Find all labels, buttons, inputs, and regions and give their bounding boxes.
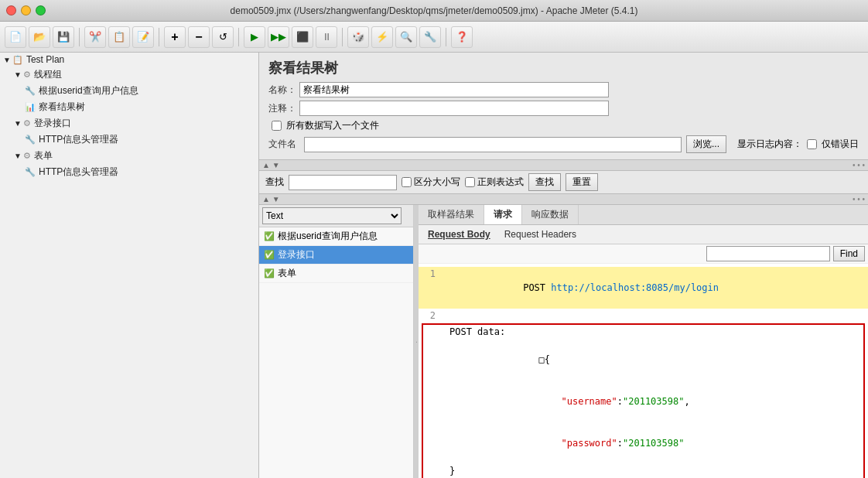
copy-button[interactable]: 📋 [108, 26, 130, 48]
detail-panel: 取样器结果 请求 响应数据 Request Body Request Heade… [419, 205, 868, 478]
tab-sampler-result[interactable]: 取样器结果 [419, 205, 484, 224]
name-row: 名称： [268, 82, 859, 97]
line-num-7 [423, 464, 446, 478]
window-controls[interactable] [6, 5, 46, 15]
search-button-find[interactable]: 查找 [528, 173, 561, 191]
line-num-2: 2 [419, 309, 442, 323]
settings-button[interactable]: 🔧 [419, 26, 441, 48]
browse-button[interactable]: 浏览... [686, 135, 726, 153]
start-button[interactable]: ▶ [244, 26, 265, 48]
tree-item-test-plan[interactable]: ▼ 📋 Test Plan [0, 53, 258, 67]
tab-response-data[interactable]: 响应数据 [522, 205, 579, 224]
success-icon-userid: ✅ [264, 231, 275, 241]
comment-label: 注释： [268, 102, 299, 115]
cut-button[interactable]: ✂️ [84, 26, 106, 48]
new-button[interactable]: 📄 [5, 26, 26, 48]
tree-label-http-header-1: HTTP信息头管理器 [39, 133, 118, 146]
success-icon-login: ✅ [264, 250, 275, 260]
line-content-6: "password":"201103598" [446, 422, 863, 464]
line-content-3: POST data: [446, 325, 863, 339]
format-select[interactable]: Text JSON XML HTML [262, 207, 402, 224]
result-label-login: 登录接口 [278, 248, 315, 261]
tree-label-thread-group: 线程组 [34, 68, 62, 81]
sep1 [79, 28, 80, 46]
sep5 [446, 28, 446, 46]
panel-title: 察看结果树 [268, 59, 859, 77]
line-num-1: 1 [419, 267, 442, 309]
save-button[interactable]: 💾 [53, 26, 74, 48]
case-sensitive-checkbox[interactable] [402, 177, 412, 187]
line-num-4 [423, 339, 446, 381]
reset-button[interactable]: 重置 [566, 173, 598, 191]
result-item-login[interactable]: ✅ 登录接口 [259, 246, 413, 265]
code-area: 1 POST http://localhost:8085/my/login 2 [419, 264, 868, 478]
expand-arrow-form[interactable]: ▼ [14, 152, 22, 160]
divider-bottom: ▲ ▼ • • • [259, 193, 868, 205]
log-checkbox[interactable] [807, 139, 817, 149]
tree-item-http-header-2[interactable]: 🔧 HTTP信息头管理器 [0, 164, 258, 180]
window-title: demo0509.jmx (/Users/zhangwenfang/Deskto… [231, 5, 638, 16]
sub-tab-request-body[interactable]: Request Body [422, 227, 497, 241]
result-item-userid[interactable]: ✅ 根据userid查询用户信息 [259, 227, 413, 246]
add-button[interactable]: + [164, 26, 186, 48]
sep4 [342, 28, 343, 46]
divider-dots: • • • [853, 161, 865, 169]
file-row: 文件名 浏览... 显示日志内容： 仅错误日 [268, 135, 859, 153]
start-no-pause-button[interactable]: ▶▶ [268, 26, 289, 48]
case-sensitive-label: 区分大小写 [402, 176, 460, 189]
open-button[interactable]: 📂 [29, 26, 50, 48]
minimize-button[interactable] [21, 5, 31, 15]
main-tabs: 取样器结果 请求 响应数据 [419, 205, 868, 225]
expand-arrow-login[interactable]: ▼ [14, 119, 22, 128]
search-button[interactable]: 🔍 [395, 26, 417, 48]
undo-button[interactable]: ↺ [212, 26, 234, 48]
result-label-form: 表单 [278, 267, 296, 280]
regex-checkbox[interactable] [465, 177, 475, 187]
help-button[interactable]: ❓ [451, 26, 473, 48]
sub-tab-request-headers[interactable]: Request Headers [498, 227, 583, 241]
regex-label: 正则表达式 [465, 176, 524, 189]
tree-item-login-api[interactable]: ▼ ⚙ 登录接口 [0, 115, 258, 131]
comment-row: 注释： [268, 101, 859, 116]
right-panel: 察看结果树 名称： 注释： 所有数据写入一个文件 文件名 浏览... 显示日志内… [259, 53, 868, 478]
title-bar: demo0509.jmx (/Users/zhangwenfang/Deskto… [0, 0, 868, 22]
tree-item-thread-group[interactable]: ▼ ⚙ 线程组 [0, 67, 258, 83]
success-icon-form: ✅ [264, 268, 275, 278]
clear-button[interactable]: 🎲 [347, 26, 369, 48]
tree-item-form[interactable]: ▼ ⚙ 表单 [0, 148, 258, 164]
name-input[interactable] [299, 82, 609, 97]
tree-label-form: 表单 [34, 149, 53, 162]
expand-arrow-thread[interactable]: ▼ [14, 70, 22, 79]
code-line-1: 1 POST http://localhost:8085/my/login [419, 267, 868, 309]
tree-label-http-header-2: HTTP信息头管理器 [39, 166, 118, 179]
tree-item-userid-query[interactable]: 🔧 根据userid查询用户信息 [0, 83, 258, 99]
main-layout: ▼ 📋 Test Plan ▼ ⚙ 线程组 🔧 根据userid查询用户信息 📊… [0, 53, 868, 478]
write-file-checkbox[interactable] [272, 121, 282, 131]
tree-item-view-results[interactable]: 📊 察看结果树 [0, 99, 258, 115]
search-input[interactable] [289, 175, 397, 190]
tab-request[interactable]: 请求 [484, 205, 522, 224]
result-label-userid: 根据userid查询用户信息 [278, 230, 378, 243]
remove-button[interactable]: − [188, 26, 210, 48]
result-item-form[interactable]: ✅ 表单 [259, 265, 413, 283]
paste-button[interactable]: 📝 [132, 26, 154, 48]
find-button[interactable]: Find [833, 246, 865, 261]
line-content-5: "username":"201103598", [446, 381, 863, 422]
format-bar: Text JSON XML HTML [259, 205, 413, 227]
find-input[interactable] [706, 246, 830, 261]
file-input[interactable] [304, 137, 682, 152]
tree-item-http-header-1[interactable]: 🔧 HTTP信息头管理器 [0, 131, 258, 148]
collapse-arrow[interactable]: ▲ ▼ [262, 161, 280, 169]
shutdown-button[interactable]: ⏸ [316, 26, 337, 48]
expand-arrow[interactable]: ▼ [3, 56, 11, 64]
collapse-arrow-2[interactable]: ▲ ▼ [262, 195, 280, 203]
close-button[interactable] [6, 5, 16, 15]
line-content-4: □{ [446, 339, 863, 381]
stop-button[interactable]: ⬛ [292, 26, 313, 48]
maximize-button[interactable] [36, 5, 46, 15]
name-label: 名称： [268, 84, 299, 97]
clear-all-button[interactable]: ⚡ [371, 26, 393, 48]
post-data-block: POST data: □{ [422, 323, 865, 478]
comment-input[interactable] [299, 101, 609, 116]
find-bar: Find [419, 244, 868, 264]
